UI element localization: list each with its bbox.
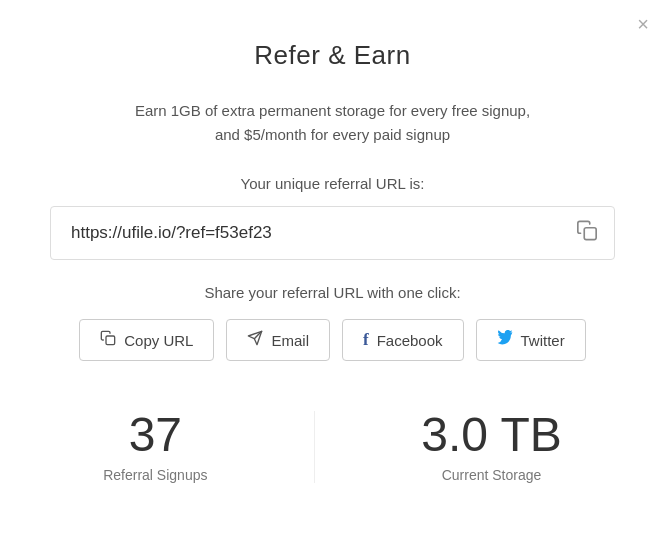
storage-count: 3.0 TB bbox=[421, 411, 562, 459]
storage-label: Current Storage bbox=[442, 467, 542, 483]
email-button-icon bbox=[247, 330, 263, 350]
email-button[interactable]: Email bbox=[226, 319, 330, 361]
twitter-icon bbox=[497, 330, 513, 350]
url-box: https://ufile.io/?ref=f53ef23 bbox=[50, 206, 615, 260]
twitter-button[interactable]: Twitter bbox=[476, 319, 586, 361]
email-button-label: Email bbox=[271, 332, 309, 349]
close-button[interactable]: × bbox=[637, 14, 649, 34]
stats-divider bbox=[314, 411, 315, 483]
signups-count: 37 bbox=[129, 411, 182, 459]
copy-icon bbox=[576, 220, 598, 242]
storage-stat: 3.0 TB Current Storage bbox=[421, 411, 562, 483]
copy-url-button-icon bbox=[100, 330, 116, 350]
facebook-button[interactable]: f Facebook bbox=[342, 319, 464, 361]
copy-url-button-label: Copy URL bbox=[124, 332, 193, 349]
svg-rect-1 bbox=[106, 336, 115, 345]
share-buttons-container: Copy URL Email f Facebook Twitter bbox=[79, 319, 585, 361]
copy-url-icon-button[interactable] bbox=[572, 216, 602, 251]
signups-label: Referral Signups bbox=[103, 467, 207, 483]
modal-title: Refer & Earn bbox=[254, 40, 410, 71]
share-label: Share your referral URL with one click: bbox=[204, 284, 460, 301]
description: Earn 1GB of extra permanent storage for … bbox=[135, 99, 530, 147]
facebook-button-label: Facebook bbox=[377, 332, 443, 349]
facebook-icon: f bbox=[363, 330, 369, 350]
referral-url: https://ufile.io/?ref=f53ef23 bbox=[71, 223, 564, 243]
url-label: Your unique referral URL is: bbox=[241, 175, 425, 192]
svg-rect-0 bbox=[584, 228, 596, 240]
stats-row: 37 Referral Signups 3.0 TB Current Stora… bbox=[50, 411, 615, 483]
refer-earn-modal: × Refer & Earn Earn 1GB of extra permane… bbox=[0, 0, 665, 534]
twitter-button-label: Twitter bbox=[521, 332, 565, 349]
description-line2: and $5/month for every paid signup bbox=[215, 126, 450, 143]
signups-stat: 37 Referral Signups bbox=[103, 411, 207, 483]
copy-url-button[interactable]: Copy URL bbox=[79, 319, 214, 361]
description-line1: Earn 1GB of extra permanent storage for … bbox=[135, 102, 530, 119]
